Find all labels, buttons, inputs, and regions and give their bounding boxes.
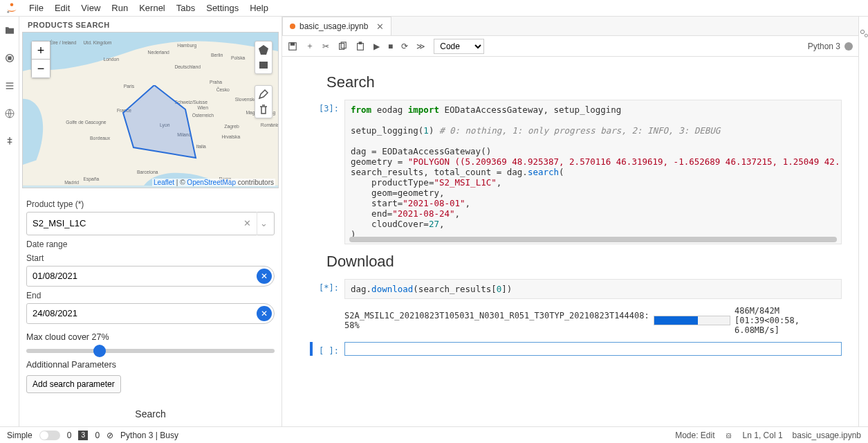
status-kernel: Python 3 | Busy — [120, 431, 178, 440]
notebook-trust-icon[interactable]: ⦻ — [725, 431, 733, 440]
run-all-icon[interactable]: ≫ — [416, 42, 425, 51]
svg-text:România: România — [261, 123, 278, 127]
terminals-count[interactable]: 0 — [67, 431, 72, 440]
edit-shape-icon[interactable] — [258, 89, 269, 100]
cell3-code[interactable] — [344, 342, 842, 356]
map[interactable]: Éire / Ireland Utd. Kingdom London Neder… — [22, 32, 279, 188]
cloud-slider-thumb[interactable] — [93, 345, 106, 357]
tab-close-icon[interactable]: ✕ — [376, 21, 384, 32]
svg-text:Hamburg: Hamburg — [177, 43, 196, 48]
notebook-toolbar: ＋ ✂ ▶ ■ ⟳ ≫ Code Python 3 — [282, 36, 858, 57]
date-range-label: Date range — [26, 239, 275, 249]
clear-icon[interactable]: ✕ — [240, 212, 254, 235]
start-label: Start — [26, 253, 275, 263]
svg-text:España: España — [83, 177, 99, 182]
svg-text:Praha: Praha — [210, 80, 222, 84]
code-cell-2[interactable]: [*]: dag.download(search_results[0]) — [310, 279, 842, 299]
svg-text:Slovensko: Slovensko — [235, 97, 257, 102]
tab-label: basic_usage.ipynb — [299, 21, 368, 31]
simple-toggle[interactable] — [39, 431, 60, 440]
menu-settings[interactable]: Settings — [201, 1, 244, 15]
folder-icon[interactable] — [4, 25, 15, 36]
menu-file[interactable]: File — [24, 1, 49, 15]
svg-text:Zagreb: Zagreb — [224, 124, 239, 129]
svg-rect-3 — [8, 57, 11, 60]
restart-icon[interactable]: ⟳ — [401, 42, 408, 51]
cloud-label: Max cloud cover 27% — [26, 332, 109, 342]
no-entry-icon[interactable]: ⊘ — [107, 431, 113, 440]
product-type-select[interactable] — [26, 212, 275, 235]
jupyter-logo-icon — [6, 2, 18, 15]
menu-kernel[interactable]: Kernel — [133, 1, 171, 15]
svg-text:Madrid: Madrid — [64, 180, 79, 185]
code-cell-1[interactable]: [3]: from eodag import EODataAccessGatew… — [310, 100, 842, 244]
tab-notebook[interactable]: basic_usage.ipynb ✕ — [282, 17, 391, 35]
clear-end-icon[interactable]: ✕ — [257, 306, 272, 321]
clear-start-icon[interactable]: ✕ — [257, 269, 272, 284]
search-polygon[interactable] — [120, 85, 203, 161]
notebook-body[interactable]: Search [3]: from eodag import EODataAcce… — [282, 57, 858, 426]
menu-tabs[interactable]: Tabs — [171, 1, 201, 15]
end-date-input[interactable] — [26, 303, 275, 324]
cell2-code[interactable]: dag.download(search_results[0]) — [344, 279, 842, 299]
svg-text:Berlin: Berlin — [211, 53, 223, 57]
status-bar: Simple 0 3 0 ⊘ Python 3 | Busy Mode: Edi… — [0, 426, 868, 443]
zoom-out-button[interactable]: − — [32, 60, 50, 78]
chevron-down-icon[interactable]: ⌄ — [257, 212, 270, 235]
download-name: S2A_MSIL1C_20210823T105031_N0301_R051_T3… — [344, 311, 649, 330]
svg-marker-38 — [259, 45, 268, 55]
cell-type-select[interactable]: Code — [434, 39, 484, 54]
svg-rect-5 — [6, 85, 13, 86]
svg-marker-37 — [123, 85, 196, 158]
globe-icon[interactable] — [4, 108, 15, 119]
zoom-in-button[interactable]: + — [32, 42, 50, 60]
cell2-prompt: [*]: — [310, 279, 344, 293]
simple-label: Simple — [7, 431, 33, 440]
cloud-slider[interactable] — [26, 349, 275, 353]
cell3-prompt: [ ]: — [317, 342, 344, 356]
running-icon[interactable] — [4, 53, 15, 64]
svg-text:Utd. Kingdom: Utd. Kingdom — [83, 40, 111, 46]
draw-polygon-icon[interactable] — [258, 44, 269, 55]
kernels-running-badge[interactable]: 3 — [78, 431, 88, 440]
add-cell-icon[interactable]: ＋ — [306, 40, 314, 52]
leaflet-link[interactable]: Leaflet — [154, 179, 174, 186]
add-parameter-button[interactable]: Add search parameter — [26, 375, 121, 393]
extension-icon[interactable] — [4, 136, 15, 147]
save-icon[interactable] — [288, 42, 297, 51]
output-cell: S2A_MSIL1C_20210823T105031_N0301_R051_T3… — [310, 306, 842, 335]
svg-point-46 — [860, 30, 864, 33]
copy-icon[interactable] — [338, 42, 347, 51]
status-file: basic_usage.ipynb — [793, 431, 861, 440]
svg-rect-4 — [6, 82, 13, 83]
menubar: File Edit View Run Kernel Tabs Settings … — [0, 0, 868, 17]
right-gutter — [858, 17, 868, 426]
svg-text:Nederland: Nederland — [148, 50, 170, 55]
delete-shape-icon[interactable] — [258, 104, 269, 115]
osm-link[interactable]: OpenStreetMap — [187, 179, 236, 186]
gears-icon[interactable] — [858, 28, 869, 39]
menu-help[interactable]: Help — [244, 1, 274, 15]
svg-rect-6 — [6, 88, 13, 89]
heading-download: Download — [326, 253, 842, 271]
menu-view[interactable]: View — [75, 1, 106, 15]
run-icon[interactable]: ▶ — [373, 42, 380, 51]
draw-rectangle-icon[interactable] — [258, 60, 269, 71]
map-attribution: Leaflet | © OpenStreetMap contributors — [152, 179, 275, 186]
paste-icon[interactable] — [355, 42, 365, 51]
start-date-input[interactable] — [26, 266, 275, 287]
search-button[interactable]: Search — [135, 408, 165, 419]
code-cell-3[interactable]: [ ]: — [310, 342, 842, 356]
toc-icon[interactable] — [4, 80, 15, 91]
svg-text:Česko: Česko — [216, 87, 230, 92]
shutdown-count[interactable]: 0 — [95, 431, 100, 440]
cell1-code[interactable]: from eodag import EODataAccessGateway, s… — [344, 100, 842, 244]
stop-icon[interactable]: ■ — [388, 42, 393, 51]
menu-edit[interactable]: Edit — [49, 1, 75, 15]
map-draw-tools — [255, 41, 273, 118]
cut-icon[interactable]: ✂ — [322, 42, 329, 51]
menu-run[interactable]: Run — [106, 1, 133, 15]
svg-text:Hrvatska: Hrvatska — [221, 134, 240, 139]
svg-rect-41 — [290, 42, 294, 45]
kernel-indicator[interactable]: Python 3 — [808, 42, 853, 51]
